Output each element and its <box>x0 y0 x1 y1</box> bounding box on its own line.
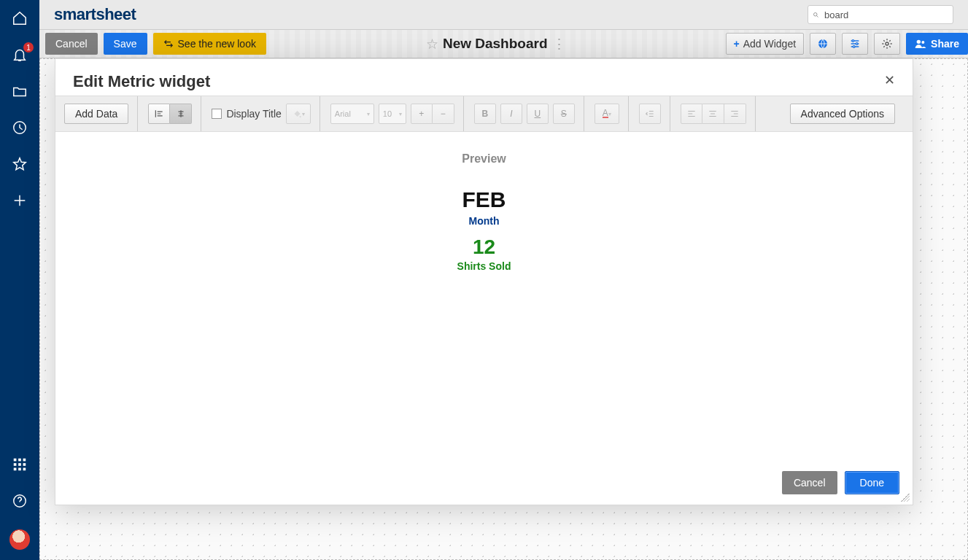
settings-sliders-button[interactable] <box>842 33 868 55</box>
svg-point-19 <box>299 116 301 117</box>
dashboard-title[interactable]: New Dashboard <box>443 36 548 52</box>
svg-rect-3 <box>23 459 26 462</box>
sliders-icon <box>849 38 861 50</box>
metric-month-label: Month <box>55 215 913 227</box>
bold-button: B <box>474 104 496 124</box>
gear-button[interactable] <box>874 33 900 55</box>
search-box[interactable] <box>808 5 953 24</box>
outdent-button <box>639 104 661 124</box>
people-icon <box>915 39 926 48</box>
svg-rect-9 <box>23 468 26 471</box>
svg-rect-4 <box>14 463 17 466</box>
nav-recent[interactable] <box>12 120 28 136</box>
resize-grip[interactable] <box>901 493 910 502</box>
align-center-icon <box>176 109 186 119</box>
svg-rect-5 <box>18 463 21 466</box>
nav-help[interactable] <box>12 493 28 509</box>
preview-label: Preview <box>55 152 913 166</box>
save-button[interactable]: Save <box>104 33 147 55</box>
font-family-select: Arial▾ <box>330 104 374 124</box>
outdent-icon <box>645 109 655 119</box>
font-family-value: Arial <box>335 109 351 118</box>
add-data-button[interactable]: Add Data <box>64 104 128 124</box>
add-widget-button[interactable]: + Add Widget <box>726 33 805 55</box>
text-align-right-icon <box>729 109 740 119</box>
italic-button: I <box>500 104 522 124</box>
svg-point-14 <box>856 43 858 45</box>
cancel-button[interactable]: Cancel <box>45 33 98 55</box>
see-new-look-button[interactable]: See the new look <box>153 33 266 55</box>
search-input[interactable] <box>823 9 948 21</box>
nav-favorites[interactable] <box>12 156 28 172</box>
nav-apps[interactable] <box>12 456 28 472</box>
svg-point-15 <box>853 46 855 48</box>
share-label: Share <box>931 38 959 50</box>
advanced-options-button[interactable]: Advanced Options <box>790 104 895 124</box>
strikethrough-button: S <box>553 104 575 124</box>
text-align-center <box>702 104 724 124</box>
svg-point-17 <box>917 40 921 44</box>
see-new-look-label: See the new look <box>178 38 256 50</box>
underline-button: U <box>527 104 549 124</box>
nav-home[interactable] <box>12 10 28 26</box>
svg-point-16 <box>886 42 888 45</box>
preview-area: Preview FEB Month 12 Shirts Sold <box>55 132 913 461</box>
display-title-checkbox[interactable] <box>212 109 222 119</box>
metric-month-value: FEB <box>55 187 913 212</box>
notification-badge: 1 <box>23 42 34 52</box>
font-size-increase: + <box>411 104 433 124</box>
svg-rect-7 <box>14 468 17 471</box>
svg-point-13 <box>852 40 854 42</box>
publish-button[interactable] <box>810 33 836 55</box>
share-button[interactable]: Share <box>906 33 968 55</box>
svg-rect-6 <box>23 463 26 466</box>
nav-create[interactable] <box>12 192 28 209</box>
modal-title: Edit Metric widget <box>73 72 210 91</box>
paint-bucket-icon <box>292 109 302 119</box>
modal-cancel-button[interactable]: Cancel <box>782 471 837 494</box>
text-align-right <box>724 104 746 124</box>
favorite-star-icon[interactable]: ☆ <box>426 36 438 52</box>
nav-notifications[interactable]: 1 <box>12 47 28 63</box>
display-title-label: Display Title <box>226 108 281 120</box>
plus-icon: + <box>734 38 740 50</box>
metric-value-label: Shirts Sold <box>55 260 913 272</box>
add-widget-label: Add Widget <box>743 38 796 50</box>
search-icon <box>813 10 819 20</box>
font-size-select: 10▾ <box>379 104 406 124</box>
dashboard-menu-icon[interactable]: ⋮ <box>552 36 566 52</box>
user-avatar[interactable] <box>9 529 30 550</box>
align-center-vert-button[interactable] <box>170 104 192 124</box>
svg-rect-2 <box>18 459 21 462</box>
widget-toolbar: Add Data Display Title ▾ Arial▾ <box>55 96 913 132</box>
nav-folder[interactable] <box>12 83 28 99</box>
title-fill-color-button: ▾ <box>286 104 311 124</box>
align-left-vert-button[interactable] <box>148 104 170 124</box>
text-align-left <box>681 104 702 124</box>
brand-logo: smartsheet <box>54 5 136 24</box>
gear-icon <box>881 38 893 50</box>
modal-done-button[interactable]: Done <box>845 471 899 494</box>
align-left-icon <box>154 109 164 119</box>
globe-icon <box>817 38 829 50</box>
svg-rect-8 <box>18 468 21 471</box>
edit-metric-widget-modal: Edit Metric widget ✕ Add Data Display Ti… <box>55 58 913 505</box>
font-size-decrease: − <box>433 104 454 124</box>
font-size-value: 10 <box>383 109 392 118</box>
text-align-left-icon <box>686 109 697 119</box>
svg-point-18 <box>921 41 924 44</box>
svg-rect-1 <box>14 459 17 462</box>
metric-value: 12 <box>55 236 913 259</box>
svg-point-11 <box>814 12 818 16</box>
close-icon[interactable]: ✕ <box>884 72 895 88</box>
text-color-button: A▾ <box>595 104 619 124</box>
swap-icon <box>163 39 174 49</box>
text-align-center-icon <box>708 109 718 119</box>
